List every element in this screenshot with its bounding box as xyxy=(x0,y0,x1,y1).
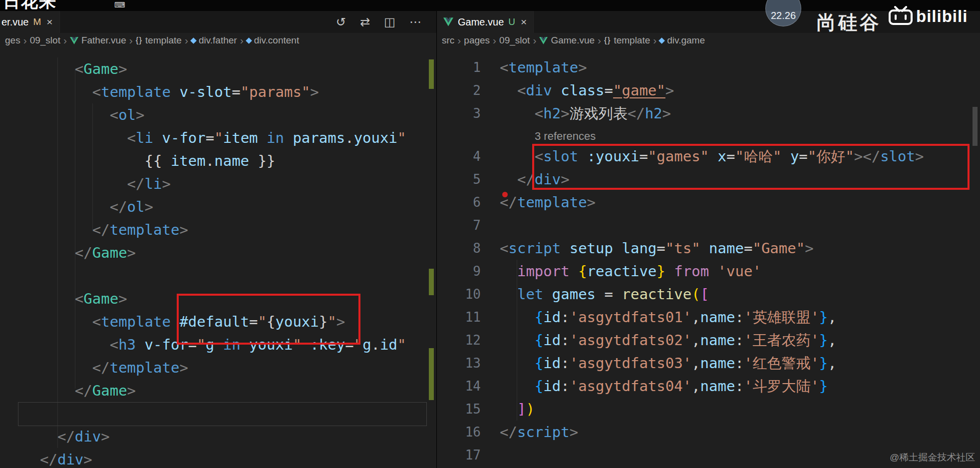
line-number[interactable]: 10 xyxy=(437,283,481,306)
code-line[interactable]: 15 ]) xyxy=(437,398,980,421)
overview-ruler-mark xyxy=(429,269,434,295)
breadcrumb-item[interactable]: div.game xyxy=(659,35,705,46)
line-number[interactable] xyxy=(437,125,481,145)
code-line[interactable]: </template> xyxy=(0,356,436,379)
chevron-right-icon: › xyxy=(129,34,133,46)
code-line[interactable]: 3 <h2>游戏列表</h2> xyxy=(437,102,980,125)
bilibili-logo: bilibili xyxy=(889,6,968,27)
vue-icon xyxy=(70,37,78,44)
line-number[interactable]: 1 xyxy=(437,56,481,79)
breadcrumb-item[interactable]: 09_slot xyxy=(30,35,60,46)
chevron-right-icon: › xyxy=(63,34,67,46)
tab-game-vue[interactable]: Game.vue U × xyxy=(437,11,534,33)
overview-ruler[interactable] xyxy=(427,48,436,468)
vue-icon xyxy=(539,37,548,44)
code-line[interactable]: 11 {id:'asgytdfats01',name:'英雄联盟'}, xyxy=(437,306,980,329)
code-line[interactable]: </div> xyxy=(0,448,436,468)
code-line[interactable]: 10 let games = reactive([ xyxy=(437,283,980,306)
split-editor-icon[interactable]: ◫ xyxy=(384,15,395,29)
codelens[interactable]: 3 references xyxy=(437,125,980,145)
chevron-right-icon: › xyxy=(240,34,244,46)
more-actions-icon[interactable]: ⋯ xyxy=(409,15,421,29)
overview-ruler-mark xyxy=(429,348,434,400)
close-icon[interactable]: × xyxy=(46,16,52,28)
git-untracked-badge: U xyxy=(508,16,515,27)
line-number[interactable]: 14 xyxy=(437,375,481,398)
code-line[interactable]: 16</script> xyxy=(437,421,980,444)
code-line[interactable]: </template> xyxy=(0,218,436,241)
line-number[interactable]: 9 xyxy=(437,260,481,283)
line-number[interactable]: 8 xyxy=(437,237,481,260)
code-line[interactable]: <template v-slot="params"> xyxy=(0,80,436,103)
editor-actions: ↺⇄◫⋯ xyxy=(336,11,436,33)
code-line[interactable]: </div> xyxy=(0,425,436,448)
annotation-box xyxy=(532,144,970,190)
code-line[interactable]: </Game> xyxy=(0,379,436,402)
chevron-right-icon: › xyxy=(185,34,188,46)
code-line[interactable]: 12 {id:'asgytdfats02',name:'王者农药'}, xyxy=(437,329,980,352)
symbol-icon xyxy=(247,38,251,43)
scrollbar[interactable] xyxy=(973,107,978,146)
braces-icon: {} xyxy=(136,35,142,45)
code-line[interactable]: 9 import {reactive} from 'vue' xyxy=(437,260,980,283)
breadcrumb-item[interactable]: src xyxy=(442,35,454,46)
close-icon[interactable]: × xyxy=(521,16,527,28)
code-line[interactable]: <li v-for="item in params.youxi" xyxy=(0,126,436,149)
line-number[interactable]: 3 xyxy=(437,102,481,125)
code-line[interactable]: {{ item.name }} xyxy=(0,149,436,172)
line-number[interactable]: 2 xyxy=(437,79,481,102)
chevron-right-icon: › xyxy=(493,34,496,46)
code-line[interactable]: </ol> xyxy=(0,195,436,218)
breadcrumb-item[interactable]: Game.vue xyxy=(539,35,595,46)
line-number[interactable]: 13 xyxy=(437,352,481,375)
breadcrumb-item[interactable]: Father.vue xyxy=(70,35,126,46)
timeline-history-icon[interactable]: ↺ xyxy=(336,15,346,29)
line-number[interactable]: 7 xyxy=(437,214,481,237)
code-line[interactable]: 7 xyxy=(437,214,980,237)
line-number[interactable]: 11 xyxy=(437,306,481,329)
vscode-window: 日花来 ⌨ er.vue M × ↺⇄◫⋯ ges›09_slot›Father… xyxy=(0,0,980,468)
code-line[interactable]: </li> xyxy=(0,172,436,195)
code-line[interactable]: </Game> xyxy=(0,241,436,264)
code-line[interactable]: 14 {id:'asgytdfats04',name:'斗罗大陆'} xyxy=(437,375,980,398)
vue-icon xyxy=(443,17,453,26)
breadcrumb-item[interactable]: 09_slot xyxy=(499,35,530,46)
code-line[interactable]: 6</template> xyxy=(437,191,980,214)
breadcrumb-item[interactable]: div.content xyxy=(247,35,299,46)
code-line[interactable]: <Game> xyxy=(0,57,436,80)
right-editor-pane: Game.vue U × src›pages›09_slot›Game.vue›… xyxy=(436,11,980,468)
line-number[interactable]: 5 xyxy=(437,168,481,191)
chevron-right-icon: › xyxy=(457,34,461,46)
red-marker-dot xyxy=(502,192,508,197)
line-number[interactable]: 6 xyxy=(437,191,481,214)
chevron-right-icon: › xyxy=(23,34,27,46)
symbol-icon xyxy=(659,38,664,43)
line-number[interactable]: 15 xyxy=(437,398,481,421)
line-number[interactable]: 16 xyxy=(437,421,481,444)
breadcrumb: src›pages›09_slot›Game.vue›{}template›di… xyxy=(437,33,980,48)
code-line[interactable]: 13 {id:'asgytdfats03',name:'红色警戒'}, xyxy=(437,352,980,375)
watermark: @稀土掘金技术社区 xyxy=(890,451,975,464)
line-number[interactable]: 12 xyxy=(437,329,481,352)
open-changes-icon[interactable]: ⇄ xyxy=(360,15,370,29)
left-editor-pane: er.vue M × ↺⇄◫⋯ ges›09_slot›Father.vue›{… xyxy=(0,11,436,468)
tab-father-vue[interactable]: er.vue M × xyxy=(0,11,60,33)
code-line[interactable]: 1<template> xyxy=(437,56,980,79)
code-line[interactable]: 2 <div class="game"> xyxy=(437,79,980,102)
braces-icon: {} xyxy=(604,35,611,45)
breadcrumb-item[interactable]: {}template xyxy=(136,35,182,46)
breadcrumb-item[interactable]: {}template xyxy=(604,35,650,46)
code-line[interactable] xyxy=(0,264,436,287)
breadcrumb: ges›09_slot›Father.vue›{}template›div.fa… xyxy=(0,33,436,48)
left-tab-bar: er.vue M × ↺⇄◫⋯ xyxy=(0,11,436,33)
handwriting-overlay: 日花来 xyxy=(3,0,57,10)
chevron-right-icon: › xyxy=(533,34,536,46)
line-number[interactable]: 17 xyxy=(437,444,481,467)
breadcrumb-item[interactable]: pages xyxy=(464,35,490,46)
code-line[interactable]: <ol> xyxy=(0,103,436,126)
breadcrumb-item[interactable]: ges xyxy=(5,35,20,46)
overview-ruler-mark xyxy=(429,59,434,89)
breadcrumb-item[interactable]: div.father xyxy=(191,35,237,46)
code-line[interactable]: 8<script setup lang="ts" name="Game"> xyxy=(437,237,980,260)
line-number[interactable]: 4 xyxy=(437,145,481,168)
